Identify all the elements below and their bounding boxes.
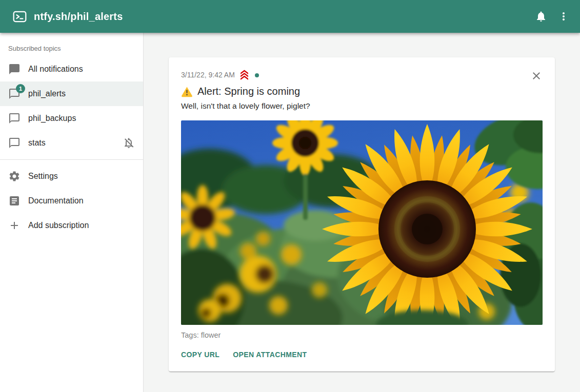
sidebar: Subscribed topics All notifications 1 ph…	[0, 33, 144, 392]
sidebar-item-phil-alerts[interactable]: 1 phil_alerts	[0, 81, 143, 106]
article-icon	[8, 195, 21, 207]
sidebar-item-label: All notifications	[28, 65, 83, 74]
chat-bubble-outline-icon	[8, 137, 21, 149]
notification-timestamp: 3/11/22, 9:42 AM	[181, 70, 235, 80]
card-actions: COPY URL OPEN ATTACHMENT	[181, 345, 543, 364]
chat-bubble-outline-icon	[8, 112, 21, 125]
copy-url-button[interactable]: COPY URL	[181, 345, 219, 364]
kebab-menu-icon[interactable]	[552, 5, 575, 28]
notifications-off-icon	[123, 137, 135, 149]
subscribed-topics-label: Subscribed topics	[0, 33, 143, 57]
open-attachment-button[interactable]: OPEN ATTACHMENT	[233, 345, 307, 364]
notification-title: Alert: Spring is coming	[197, 84, 300, 99]
attachment-image-sunflowers[interactable]	[181, 120, 543, 325]
new-message-dot-icon	[255, 73, 259, 77]
sidebar-item-label: Add subscription	[28, 221, 89, 230]
sidebar-item-label: Documentation	[28, 196, 84, 205]
main-content: 3/11/22, 9:42 AM	[144, 33, 580, 392]
app-bar: ntfy.sh/phil_alerts	[0, 0, 580, 33]
unread-count-badge: 1	[16, 84, 25, 93]
notifications-bell-icon[interactable]	[530, 5, 552, 28]
notification-meta: 3/11/22, 9:42 AM	[181, 70, 543, 80]
chat-bubble-outline-icon: 1	[8, 88, 21, 100]
sidebar-item-documentation[interactable]: Documentation	[0, 189, 143, 213]
priority-max-icon	[239, 70, 250, 80]
sidebar-item-label: phil_backups	[28, 114, 76, 123]
close-icon[interactable]	[526, 66, 547, 86]
notification-card: 3/11/22, 9:42 AM	[169, 57, 555, 372]
ntfy-logo-terminal-icon	[13, 10, 27, 24]
sidebar-item-label: phil_alerts	[28, 89, 66, 98]
plus-icon	[8, 219, 21, 232]
sidebar-divider	[0, 159, 143, 160]
sidebar-item-phil-backups[interactable]: phil_backups	[0, 106, 143, 131]
sidebar-item-settings[interactable]: Settings	[0, 164, 143, 189]
warning-emoji-icon	[181, 86, 193, 97]
chat-bubble-filled-icon	[8, 63, 21, 75]
page-title: ntfy.sh/phil_alerts	[34, 11, 530, 23]
sidebar-item-all-notifications[interactable]: All notifications	[0, 57, 143, 81]
tags-label: Tags: flower	[181, 330, 543, 341]
sidebar-item-stats[interactable]: stats	[0, 131, 143, 155]
sidebar-item-label: stats	[28, 138, 46, 148]
notification-title-row: Alert: Spring is coming	[181, 84, 543, 99]
gear-icon	[8, 170, 21, 182]
sidebar-item-label: Settings	[28, 172, 58, 181]
sidebar-item-add-subscription[interactable]: Add subscription	[0, 213, 143, 238]
notification-body: Well, isn't that a lovely flower, piglet…	[181, 100, 543, 112]
